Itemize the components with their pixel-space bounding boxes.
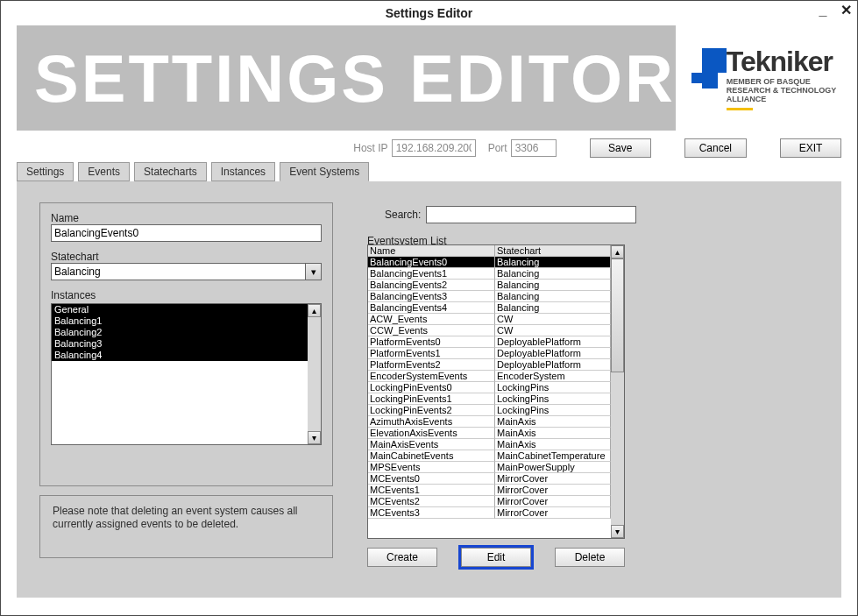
table-row[interactable]: PlatformEvents1DeployablePlatform <box>368 348 611 359</box>
banner: SETTINGS EDITOR Tekniker MEMBER OF BASQU… <box>17 25 841 131</box>
list-item[interactable]: Balancing1 <box>52 315 321 327</box>
table-row[interactable]: MainAxisEventsMainAxis <box>368 439 611 450</box>
banner-title: SETTINGS EDITOR <box>17 40 676 117</box>
logo: Tekniker MEMBER OF BASQUE RESEARCH & TEC… <box>676 25 841 131</box>
list-item[interactable]: Balancing4 <box>52 350 321 361</box>
name-label: Name <box>51 212 322 224</box>
logo-tagline: MEMBER OF BASQUE RESEARCH & TECHNOLOGY A… <box>727 78 841 104</box>
statechart-label: Statechart <box>51 251 322 263</box>
table-row[interactable]: LockingPinEvents1LockingPins <box>368 393 611 405</box>
scroll-up-icon[interactable]: ▴ <box>611 245 624 258</box>
minimize-icon[interactable]: _ <box>817 4 829 17</box>
table-row[interactable]: PlatformEvents0DeployablePlatform <box>368 336 611 348</box>
close-icon[interactable]: ✕ <box>840 4 852 17</box>
column-header-name[interactable]: Name <box>368 245 495 257</box>
list-item[interactable]: Balancing3 <box>52 338 321 350</box>
scroll-up-icon[interactable]: ▴ <box>308 304 321 317</box>
table-row[interactable]: BalancingEvents4Balancing <box>368 302 611 314</box>
table-row[interactable]: CCW_EventsCW <box>368 325 611 336</box>
delete-button[interactable]: Delete <box>555 548 625 567</box>
titlebar: Settings Editor _ ✕ <box>1 1 857 25</box>
tab-event-systems[interactable]: Event Systems <box>280 162 369 181</box>
table-row[interactable]: MPSEventsMainPowerSupply <box>368 462 611 473</box>
instances-label: Instances <box>51 289 322 301</box>
table-row[interactable]: PlatformEvents2DeployablePlatform <box>368 359 611 371</box>
tab-statecharts[interactable]: Statecharts <box>134 162 207 181</box>
scroll-down-icon[interactable]: ▾ <box>308 431 321 444</box>
table-row[interactable]: BalancingEvents0Balancing <box>368 257 611 268</box>
table-row[interactable]: MCEvents3MirrorCover <box>368 507 611 519</box>
chevron-down-icon[interactable]: ▾ <box>306 263 322 280</box>
logo-mark-icon <box>683 48 718 92</box>
table-row[interactable]: MCEvents1MirrorCover <box>368 485 611 496</box>
table-row[interactable]: ACW_EventsCW <box>368 314 611 325</box>
create-button[interactable]: Create <box>367 548 437 567</box>
table-row[interactable]: ElevationAxisEventsMainAxis <box>368 428 611 439</box>
table-row[interactable]: MCEvents2MirrorCover <box>368 496 611 507</box>
host-ip-label: Host IP <box>353 142 387 154</box>
column-header-statechart[interactable]: Statechart <box>495 245 611 257</box>
list-item[interactable]: Balancing2 <box>52 327 321 338</box>
port-input[interactable] <box>511 139 557 157</box>
name-input[interactable] <box>51 224 322 242</box>
logo-name: Tekniker <box>727 46 841 78</box>
tab-instances[interactable]: Instances <box>211 162 275 181</box>
scroll-thumb[interactable] <box>611 258 624 372</box>
table-row[interactable]: AzimuthAxisEventsMainAxis <box>368 416 611 428</box>
grid-scrollbar[interactable]: ▴ ▾ <box>611 245 624 538</box>
table-row[interactable]: BalancingEvents2Balancing <box>368 280 611 291</box>
table-row[interactable]: LockingPinEvents0LockingPins <box>368 382 611 393</box>
list-item[interactable]: General <box>52 304 321 315</box>
table-row[interactable]: LockingPinEvents2LockingPins <box>368 405 611 416</box>
table-row[interactable]: MCEvents0MirrorCover <box>368 473 611 485</box>
note-text: Please note that deleting an event syste… <box>53 505 298 530</box>
host-ip-input[interactable] <box>392 139 476 157</box>
exit-button[interactable]: EXIT <box>780 138 841 158</box>
statechart-combo[interactable]: ▾ <box>51 263 322 280</box>
eventsystem-grid[interactable]: NameStatechartBalancingEvents0BalancingB… <box>367 244 625 539</box>
cancel-button[interactable]: Cancel <box>684 138 747 158</box>
table-row[interactable]: BalancingEvents1Balancing <box>368 268 611 280</box>
scroll-down-icon[interactable]: ▾ <box>611 525 624 538</box>
instances-listbox[interactable]: GeneralBalancing1Balancing2Balancing3Bal… <box>51 303 322 445</box>
window: Settings Editor _ ✕ SETTINGS EDITOR Tekn… <box>0 0 858 616</box>
edit-button[interactable]: Edit <box>461 548 531 567</box>
search-label: Search: <box>385 209 421 221</box>
note-panel: Please note that deleting an event syste… <box>39 495 333 558</box>
table-row[interactable]: BalancingEvents3Balancing <box>368 291 611 302</box>
table-row[interactable]: MainCabinetEventsMainCabinetTemperature <box>368 450 611 462</box>
save-button[interactable]: Save <box>590 138 651 158</box>
window-title: Settings Editor <box>386 6 473 20</box>
statechart-input[interactable] <box>51 263 306 280</box>
tab-event-systems-panel: Name Statechart ▾ Instances GeneralBalan… <box>17 181 841 598</box>
port-label: Port <box>488 142 507 154</box>
table-row[interactable]: EncoderSystemEventsEncoderSystem <box>368 371 611 382</box>
form-panel: Name Statechart ▾ Instances GeneralBalan… <box>39 202 333 486</box>
tab-settings[interactable]: Settings <box>17 162 74 181</box>
search-input[interactable] <box>426 206 636 223</box>
tab-events[interactable]: Events <box>78 162 130 181</box>
instances-scrollbar[interactable]: ▴ ▾ <box>308 304 321 444</box>
